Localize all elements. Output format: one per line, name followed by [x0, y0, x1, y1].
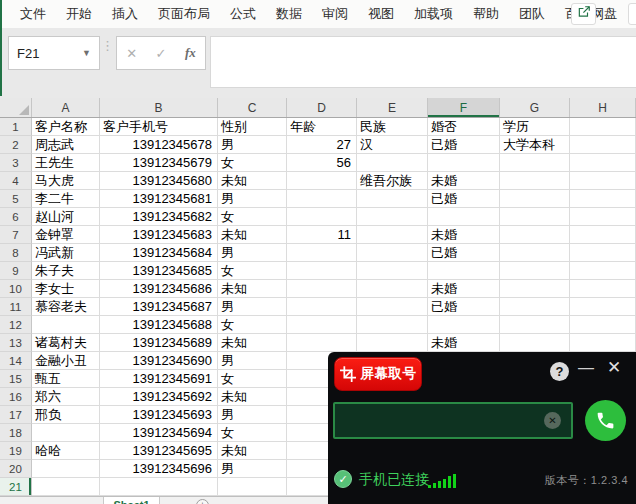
cell-C14[interactable]: 男	[218, 352, 287, 370]
row-header-3[interactable]: 3	[0, 154, 32, 172]
menu-item-帮助[interactable]: 帮助	[463, 0, 509, 28]
column-header-B[interactable]: B	[100, 98, 218, 117]
cell-B17[interactable]: 13912345693	[100, 406, 218, 424]
row-header-6[interactable]: 6	[0, 208, 32, 226]
cell-D11[interactable]	[287, 298, 357, 316]
cell-F2[interactable]: 已婚	[428, 136, 500, 154]
cell-H2[interactable]	[570, 136, 636, 154]
cell-B4[interactable]: 13912345680	[100, 172, 218, 190]
cell-A8[interactable]: 冯武新	[32, 244, 100, 262]
column-header-E[interactable]: E	[357, 98, 428, 117]
help-button[interactable]: ?	[550, 362, 569, 381]
cell-B16[interactable]: 13912345692	[100, 388, 218, 406]
cell-B2[interactable]: 13912345678	[100, 136, 218, 154]
cell-D10[interactable]	[287, 280, 357, 298]
menu-item-公式[interactable]: 公式	[220, 0, 266, 28]
cell-B5[interactable]: 13912345681	[100, 190, 218, 208]
cell-D9[interactable]	[287, 262, 357, 280]
cell-H13[interactable]	[570, 334, 636, 352]
name-box[interactable]: F21 ▼	[8, 36, 100, 70]
phone-number-input[interactable]	[333, 402, 573, 439]
cell-A5[interactable]: 李二牛	[32, 190, 100, 208]
row-header-14[interactable]: 14	[0, 352, 32, 370]
dial-button[interactable]	[585, 400, 626, 441]
column-header-F[interactable]: F	[428, 98, 500, 117]
menu-item-加载项[interactable]: 加载项	[404, 0, 463, 28]
cell-C1[interactable]: 性别	[218, 118, 287, 136]
cell-G9[interactable]	[500, 262, 570, 280]
confirm-entry-icon[interactable]: ✓	[156, 46, 167, 61]
formula-input[interactable]	[210, 36, 636, 88]
cell-H3[interactable]	[570, 154, 636, 172]
cell-D1[interactable]: 年龄	[287, 118, 357, 136]
menu-item-视图[interactable]: 视图	[358, 0, 404, 28]
menu-item-审阅[interactable]: 审阅	[312, 0, 358, 28]
cell-H10[interactable]	[570, 280, 636, 298]
cell-G2[interactable]: 大学本科	[500, 136, 570, 154]
cell-D5[interactable]	[287, 190, 357, 208]
row-header-10[interactable]: 10	[0, 280, 32, 298]
cell-B13[interactable]: 13912345689	[100, 334, 218, 352]
cell-E2[interactable]: 汉	[357, 136, 428, 154]
row-header-12[interactable]: 12	[0, 316, 32, 334]
cell-C9[interactable]: 女	[218, 262, 287, 280]
cell-B10[interactable]: 13912345686	[100, 280, 218, 298]
cell-B12[interactable]: 13912345688	[100, 316, 218, 334]
cell-C21[interactable]	[218, 478, 287, 496]
cell-D2[interactable]: 27	[287, 136, 357, 154]
cell-C7[interactable]: 未知	[218, 226, 287, 244]
select-all-corner[interactable]	[0, 98, 32, 117]
cell-B11[interactable]: 13912345687	[100, 298, 218, 316]
clipped-toolbar-button[interactable]	[628, 3, 636, 25]
cell-C5[interactable]: 男	[218, 190, 287, 208]
cell-G1[interactable]: 学历	[500, 118, 570, 136]
cell-F3[interactable]	[428, 154, 500, 172]
insert-function-icon[interactable]: fx	[185, 45, 196, 61]
cell-E4[interactable]: 维吾尔族	[357, 172, 428, 190]
cell-C15[interactable]: 女	[218, 370, 287, 388]
row-header-19[interactable]: 19	[0, 442, 32, 460]
cell-G5[interactable]	[500, 190, 570, 208]
row-header-16[interactable]: 16	[0, 388, 32, 406]
menu-item-团队[interactable]: 团队	[509, 0, 555, 28]
cell-B1[interactable]: 客户手机号	[100, 118, 218, 136]
cell-B18[interactable]: 13912345694	[100, 424, 218, 442]
cell-B21[interactable]	[100, 478, 218, 496]
column-header-C[interactable]: C	[218, 98, 287, 117]
cell-A4[interactable]: 马大虎	[32, 172, 100, 190]
name-box-caret-icon[interactable]: ▼	[82, 48, 91, 58]
cell-H12[interactable]	[570, 316, 636, 334]
add-sheet-button[interactable]: +	[196, 499, 209, 504]
menu-item-页面布局[interactable]: 页面布局	[148, 0, 220, 28]
menu-item-文件[interactable]: 文件	[10, 0, 56, 28]
cell-C19[interactable]: 未知	[218, 442, 287, 460]
cell-F4[interactable]: 未婚	[428, 172, 500, 190]
cell-C18[interactable]: 女	[218, 424, 287, 442]
cell-B3[interactable]: 13912345679	[100, 154, 218, 172]
cell-E5[interactable]	[357, 190, 428, 208]
cell-G4[interactable]	[500, 172, 570, 190]
cell-H5[interactable]	[570, 190, 636, 208]
column-header-G[interactable]: G	[500, 98, 570, 117]
cell-A2[interactable]: 周志武	[32, 136, 100, 154]
cell-F11[interactable]: 已婚	[428, 298, 500, 316]
cell-E7[interactable]	[357, 226, 428, 244]
cell-C3[interactable]: 女	[218, 154, 287, 172]
cell-C16[interactable]: 未知	[218, 388, 287, 406]
cell-H1[interactable]	[570, 118, 636, 136]
column-header-D[interactable]: D	[287, 98, 357, 117]
cell-A10[interactable]: 李女士	[32, 280, 100, 298]
cell-C11[interactable]: 男	[218, 298, 287, 316]
cell-G13[interactable]	[500, 334, 570, 352]
cell-D7[interactable]: 11	[287, 226, 357, 244]
cell-E9[interactable]	[357, 262, 428, 280]
cell-H9[interactable]	[570, 262, 636, 280]
cell-C10[interactable]: 未知	[218, 280, 287, 298]
cell-H6[interactable]	[570, 208, 636, 226]
cell-F1[interactable]: 婚否	[428, 118, 500, 136]
cell-B8[interactable]: 13912345684	[100, 244, 218, 262]
cell-A6[interactable]: 赵山河	[32, 208, 100, 226]
cell-C4[interactable]: 未知	[218, 172, 287, 190]
cell-A14[interactable]: 金融小丑	[32, 352, 100, 370]
cell-G8[interactable]	[500, 244, 570, 262]
